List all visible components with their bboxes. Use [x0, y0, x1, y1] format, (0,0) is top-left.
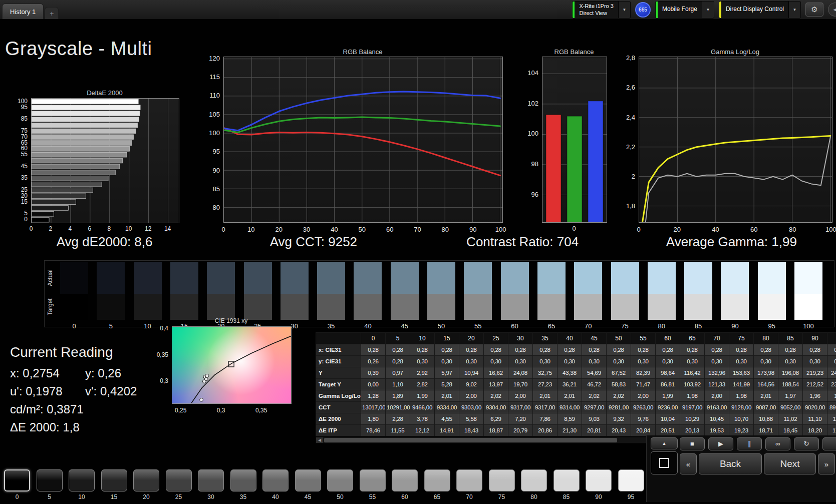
gear-icon[interactable]: ⚙ [805, 3, 823, 17]
level-button-70[interactable]: 70 [456, 469, 482, 500]
chart-title: DeltaE 2000 [31, 89, 178, 97]
cie-canvas [172, 327, 291, 403]
calman-window: History 1 + X-Rite i1Pro 3 Direct View ▼… [0, 0, 836, 504]
grayscale-swatch: 100 [794, 262, 822, 330]
play-button[interactable]: ▶ [708, 437, 733, 450]
back-skip-button[interactable]: « [680, 453, 697, 474]
loop-button[interactable]: ↻ [794, 437, 819, 450]
level-button-60[interactable]: 60 [392, 469, 418, 500]
reading-label: u': [10, 384, 26, 398]
level-button-90[interactable]: 90 [586, 469, 612, 500]
back-button[interactable]: Back [699, 453, 762, 474]
grayscale-swatch: 40 [354, 262, 382, 330]
reading-row: u': 0,1978v': 0,4202 [10, 384, 160, 398]
reading-number: 1,8 [63, 420, 79, 434]
level-button-55[interactable]: 55 [360, 469, 386, 500]
level-button-10[interactable]: 10 [69, 469, 95, 500]
table-cell: 9317,00 [508, 402, 533, 413]
column-header: 65 [680, 333, 705, 344]
y-axis-tick: 104 [516, 69, 538, 77]
reading-row: cd/m²: 0,3871 [10, 402, 160, 416]
level-button-65[interactable]: 65 [424, 469, 450, 500]
meter-count-badge[interactable]: 665 [635, 2, 651, 18]
level-button-35[interactable]: 35 [230, 469, 256, 500]
level-button-0[interactable]: 0 [4, 469, 30, 500]
table-cell: 0,30 [754, 356, 778, 367]
y-axis-tick: 2 [614, 173, 635, 180]
pattern-source-selector[interactable]: Mobile Forge ▼ [655, 1, 714, 19]
level-button-15[interactable]: 15 [101, 469, 127, 500]
pattern-window-button[interactable] [651, 451, 678, 474]
level-label: 75 [489, 493, 515, 500]
level-button-40[interactable]: 40 [262, 469, 289, 500]
grayscale-swatch: 5 [97, 262, 125, 330]
chevron-down-icon[interactable]: ▼ [702, 2, 714, 18]
de-bar-100 [32, 99, 138, 104]
next-button[interactable]: Next [764, 453, 816, 474]
table-cell: 243,10 [827, 367, 836, 379]
grayscale-swatch: 70 [574, 262, 602, 330]
new-tab-button[interactable]: + [45, 7, 59, 19]
level-button-75[interactable]: 75 [489, 469, 515, 500]
reading-label: cd/m²: [10, 402, 47, 416]
x-axis-tick: 0 [562, 225, 587, 232]
level-button-50[interactable]: 50 [327, 469, 353, 500]
table-cell: 0,28 [508, 344, 533, 356]
grayscale-level-label: 85 [684, 322, 712, 330]
table-cell: 6,29 [484, 413, 508, 425]
target-patch [427, 294, 455, 320]
level-button-45[interactable]: 45 [295, 469, 321, 500]
table-row: CCT13017,0010291,009466,009334,009303,00… [316, 402, 836, 413]
stop-button[interactable]: ■ [680, 437, 705, 450]
chevron-down-icon[interactable]: ▼ [618, 2, 630, 18]
y-axis-tick: 0,3 [150, 377, 168, 385]
de-bar-60 [32, 147, 129, 152]
x-axis-tick: 0,25 [168, 407, 193, 414]
table-cell: 11,02 [778, 413, 803, 425]
target-patch [244, 294, 272, 320]
level-button-95[interactable]: 95 [618, 469, 644, 500]
display-control-selector[interactable]: Direct Display Control ▼ [719, 1, 801, 19]
collapse-panel-button[interactable]: ◀ [828, 3, 836, 17]
target-patch [281, 294, 309, 320]
level-button-80[interactable]: 80 [521, 469, 547, 500]
x-axis-tick: 80 [433, 226, 458, 233]
continuous-button[interactable]: ∞ [765, 437, 790, 450]
history-tab[interactable]: History 1 [2, 4, 44, 19]
level-button-30[interactable]: 30 [198, 469, 224, 500]
reading-row: ΔE 2000: 1,8 [10, 420, 160, 434]
deltae-canvas [32, 99, 179, 223]
grayscale-level-label: 95 [758, 322, 786, 330]
level-label: 50 [327, 493, 353, 500]
target-patch [537, 294, 566, 320]
current-reading-title: Current Reading [10, 344, 160, 360]
level-button-85[interactable]: 85 [553, 469, 580, 500]
table-cell: 0,28 [705, 344, 729, 356]
level-button-25[interactable]: 25 [166, 469, 192, 500]
table-cell: 2,01 [754, 390, 778, 402]
table-cell: 71,47 [631, 379, 656, 390]
table-cell: 1,98 [729, 390, 754, 402]
level-label: 55 [360, 493, 386, 500]
grayscale-swatch: 60 [501, 262, 529, 330]
de-bar-40 [32, 170, 115, 175]
expand-up-button[interactable]: ▲ [651, 437, 678, 449]
level-button-20[interactable]: 20 [133, 469, 159, 500]
level-swatch [4, 469, 30, 491]
actual-patch [317, 262, 345, 294]
grayscale-level-label: 100 [794, 322, 822, 330]
reading-value: cd/m²: 0,3871 [10, 402, 85, 416]
level-button-5[interactable]: 5 [37, 469, 63, 500]
transport-extra-button[interactable] [822, 437, 836, 450]
table-cell: 219,23 [803, 367, 827, 379]
meter-selector[interactable]: X-Rite i1Pro 3 Direct View ▼ [572, 1, 630, 19]
x-axis-tick: 90 [460, 226, 485, 233]
table-cell: 0,30 [607, 356, 631, 367]
level-label: 15 [101, 493, 127, 500]
pause-button[interactable]: ∥ [737, 437, 762, 450]
table-cell: 1,99 [656, 390, 680, 402]
table-cell: 46,72 [582, 379, 607, 390]
next-skip-button[interactable]: » [818, 453, 835, 474]
table-cell: 9,02 [459, 379, 484, 390]
chevron-down-icon[interactable]: ▼ [788, 2, 800, 18]
